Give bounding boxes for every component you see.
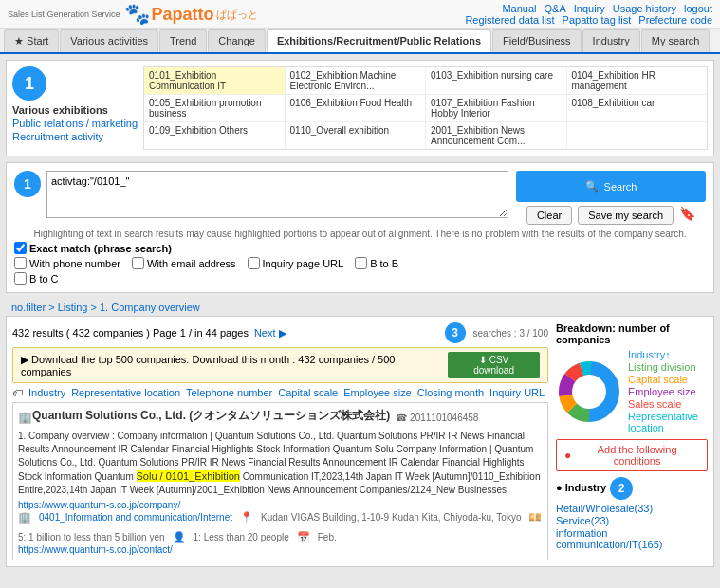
exhibition-cell[interactable]: 0110_Overall exhibition [286,122,426,149]
legend-rep-location[interactable]: Representative location [628,411,708,433]
download-label: Download the top 500 companies. Download… [21,354,395,377]
exhibition-cell[interactable]: 0108_Exhibition car [567,95,707,121]
highlight-text: Solu / 0101_Exhibition [137,470,240,482]
legend-sales[interactable]: Sales scale [628,398,708,410]
cb-btob[interactable] [355,257,367,269]
filter-employee[interactable]: Employee size [343,387,412,398]
tab-field-business[interactable]: Field/Business [492,29,582,52]
company-closing: Feb. [318,532,337,542]
add-conditions-label: Add the following conditions [575,444,699,467]
save-my-search-button[interactable]: Save my search [578,206,674,225]
exhibition-cell[interactable]: 0101_Exhibition Communication IT [144,67,285,94]
filter-rep-location[interactable]: Representative location [71,387,180,398]
checkbox-row-3: B to C [14,272,706,285]
cb-email-label[interactable]: With email address [132,257,236,269]
filter-industry[interactable]: Industry [28,387,65,398]
exhibition-cell[interactable]: 0106_Exhibition Food Health [286,95,426,121]
filter-telephone[interactable]: Telephone number [186,387,272,398]
breadcrumb-sep1: > [48,302,57,313]
csv-download-button[interactable]: ⬇ CSV download [448,352,540,378]
breakdown-header: Breakdown: number of companies [556,322,708,345]
filter-tags: 🏷 Industry Representative location Telep… [12,387,548,398]
search-circle-badge: 1 [14,171,41,197]
legend-listing[interactable]: Listing division [628,361,708,373]
breadcrumb-nofilter[interactable]: no.filter [11,302,46,313]
exhibition-row: 0109_Exhibition Others 0110_Overall exhi… [144,122,707,149]
exhibition-cell[interactable] [567,122,707,149]
tab-my-search[interactable]: My search [641,29,711,52]
industry-item-service[interactable]: Service(23) [556,515,708,526]
legend-industry[interactable]: Industry↑ [628,349,708,360]
link-recruitment-activity[interactable]: Recruitment activity [12,131,138,142]
tab-trend[interactable]: Trend [159,29,207,52]
registered-data-link[interactable]: Registered data list [465,14,554,26]
manual-link[interactable]: Manual [502,3,536,14]
exhibition-cell[interactable]: 0104_Exhibition HR management [567,67,707,94]
exact-match-checkbox[interactable]: Exact match (phrase search) [14,242,172,254]
capital-icon: 💴 [528,511,542,524]
cb-inquiry[interactable] [248,257,260,269]
logout-link[interactable]: logout [684,3,712,14]
exhibition-cell[interactable]: 0105_Exhibition promotion business [144,95,285,121]
cb-btob-label[interactable]: B to B [355,257,398,269]
exhibition-left: 1 Various exhibitions Public relations /… [12,66,143,150]
breadcrumb-sep2: > [90,302,99,313]
link-various-exhibitions[interactable]: Various exhibitions [12,104,138,116]
next-link[interactable]: Next ▶ [254,327,286,340]
cb-phone[interactable] [14,257,27,269]
exhibition-cell[interactable]: 0107_Exhibition Fashion Hobby Interior [426,95,566,121]
link-public-relations[interactable]: Public relations / marketing [12,118,138,129]
breadcrumb-listing[interactable]: Listing [58,302,88,313]
legend-capital[interactable]: Capital scale [628,374,708,385]
prefecture-code-link[interactable]: Prefecture code [638,14,712,26]
add-conditions-button[interactable]: ● Add the following conditions [556,439,708,471]
sidebar-circle-badge: 2 [610,477,633,500]
tab-various-activities[interactable]: Various activities [60,29,158,52]
qa-link[interactable]: Q&A [544,3,565,14]
company-contact-link[interactable]: https://www.quantum-s.co.jp/contact/ [18,544,543,555]
company-links: https://www.quantum-s.co.jp/company/ 🏢 0… [18,500,543,555]
exhibition-left-links: Various exhibitions Public relations / m… [12,104,138,142]
exhibition-cell[interactable]: 0109_Exhibition Others [144,122,285,149]
logo-icon: 🐾 [124,2,150,27]
top-links: Manual Q&A Inquiry Usage history logout [502,3,712,14]
company-homepage-link[interactable]: https://www.quantum-s.co.jp/company/ [18,500,543,510]
company-industry-link[interactable]: 0401_Information and communication/Inter… [39,512,232,523]
exhibition-cell[interactable]: 0102_Exhibition Machine Electronic Envir… [286,67,426,94]
results-summary: 432 results ( 432 companies ) Page 1 / i… [12,322,548,343]
company-name: Quantum Solutions Co., Ltd. (クオンタムソリューショ… [32,408,390,424]
exact-match-label: Exact match (phrase search) [29,243,172,254]
filter-capital[interactable]: Capital scale [278,387,338,398]
cb-email[interactable] [132,257,144,269]
location-icon: 📍 [240,511,253,524]
legend-employee[interactable]: Employee size [628,386,708,397]
industry-item-retail[interactable]: Retail/Wholesale(33) [556,503,708,514]
cb-btoc-label[interactable]: B to C [14,272,59,285]
company-desc: 1. Company overview : Company informatio… [18,430,543,497]
cb-btoc[interactable] [14,272,27,285]
search-textarea[interactable]: activtag:"/0101_" [46,171,508,218]
filter-closing[interactable]: Closing month [417,387,484,398]
tab-start[interactable]: ★ Start [4,29,59,52]
filter-inquiry-url[interactable]: Inquiry URL [489,387,545,398]
industry-item-it[interactable]: information communication/IT(165) [556,527,708,550]
search-button[interactable]: 🔍 Search [516,171,706,202]
inquiry-link[interactable]: Inquiry [574,3,605,14]
cb-inquiry-label[interactable]: Inquiry page URL [248,257,344,269]
chart-container: Industry↑ Listing division Capital scale… [556,349,708,433]
exact-match-input[interactable] [14,242,27,254]
exhibition-cell[interactable]: 2001_Exhibition News Announcement Com... [426,122,566,149]
tab-industry[interactable]: Industry [582,29,640,52]
cb-btoc-text: B to C [29,273,59,285]
cb-btob-text: B to B [370,258,398,269]
exhibition-row: 0105_Exhibition promotion business 0106_… [144,95,707,122]
tab-change[interactable]: Change [208,29,266,52]
clear-button[interactable]: Clear [526,206,572,225]
usage-history-link[interactable]: Usage history [613,3,676,14]
tab-exhibitions[interactable]: Exhibitions/Recruitment/Public Relations [267,29,491,52]
checkbox-row-2: With phone number With email address Inq… [14,257,706,269]
exhibition-cell[interactable]: 0103_Exhibition nursing care [426,67,566,94]
cb-phone-label[interactable]: With phone number [14,257,120,269]
results-main: 432 results ( 432 companies ) Page 1 / i… [12,322,548,560]
papatto-tag-link[interactable]: Papatto tag list [563,14,632,26]
